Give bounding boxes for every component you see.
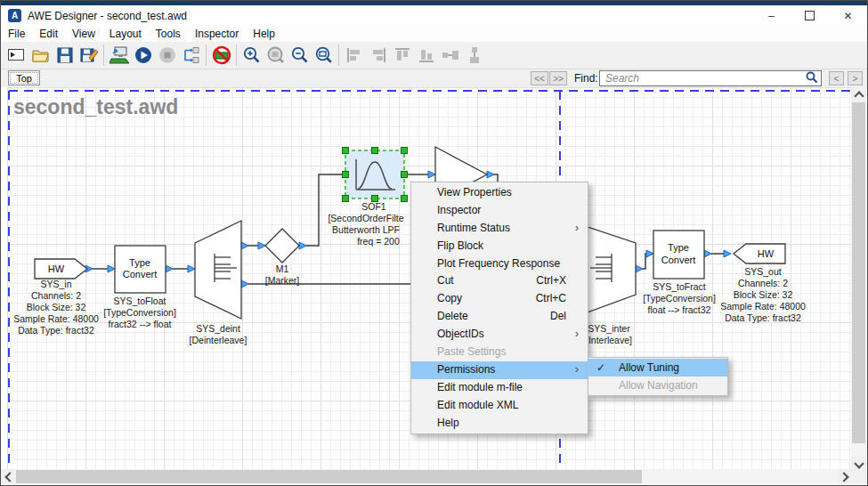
find-label: Find:	[574, 72, 598, 85]
submenu-arrow-icon: ›	[575, 361, 579, 379]
zoom-out-button[interactable]	[288, 44, 312, 67]
disable-hardware-icon	[212, 45, 231, 65]
zoom-fit-icon	[314, 45, 334, 65]
menu-layout[interactable]: Layout	[102, 26, 149, 42]
profile-icon	[182, 45, 201, 65]
horizontal-scroll-thumb[interactable]	[16, 470, 642, 483]
minimize-icon: –	[768, 10, 775, 22]
shortcut-label: Ctrl+C	[536, 290, 566, 308]
menu-item-flip-block[interactable]: Flip Block	[411, 238, 588, 255]
svg-text:SYS_toFract: SYS_toFract	[653, 281, 706, 292]
menu-item-copy[interactable]: CopyCtrl+C	[411, 290, 588, 308]
svg-text:Convert: Convert	[661, 255, 696, 265]
svg-text:Type: Type	[668, 242, 689, 253]
menu-item-help[interactable]: Help	[411, 415, 588, 433]
scroll-left-button[interactable]	[1, 469, 16, 484]
block-sys-tofloat[interactable]: Type Convert SYS_toFloat [TypeConversion…	[103, 246, 176, 329]
svg-text:SYS_deint: SYS_deint	[196, 323, 240, 334]
horizontal-scrollbar[interactable]	[1, 469, 852, 484]
menu-item-cut[interactable]: CutCtrl+X	[411, 272, 588, 290]
toolbar-separator	[206, 45, 207, 66]
find-previous-all-button[interactable]: <<	[531, 71, 548, 85]
menu-item-edit-module-m-file[interactable]: Edit module m-file	[411, 379, 588, 397]
center-vertical-button[interactable]	[462, 44, 486, 67]
menu-item-plot-frequency-response[interactable]: Plot Frequency Response	[411, 255, 588, 273]
shortcut-label: Ctrl+X	[536, 272, 566, 290]
chevron-up-icon	[854, 91, 864, 101]
context-menu: View Properties Inspector Runtime Status…	[410, 182, 588, 434]
scroll-up-button[interactable]	[851, 87, 866, 102]
center-horizontal-button[interactable]	[438, 44, 462, 67]
svg-text:Butterworth LPF: Butterworth LPF	[332, 224, 400, 235]
tab-top[interactable]: Top	[8, 70, 40, 85]
new-design-button[interactable]	[4, 44, 28, 67]
profile-button[interactable]	[179, 44, 203, 67]
block-caption: SYS_out Channels: 2 Block Size: 32 Sampl…	[720, 266, 806, 323]
menu-edit[interactable]: Edit	[32, 26, 65, 42]
minimize-button[interactable]: –	[752, 5, 791, 26]
new-design-icon	[7, 45, 27, 65]
maximize-button[interactable]	[791, 5, 829, 26]
scroll-right-button[interactable]	[837, 469, 852, 484]
block-sys-out[interactable]: HW SYS_out Channels: 2 Block Size: 32 Sa…	[720, 244, 806, 323]
save-as-icon	[79, 45, 99, 65]
chevron-down-icon	[854, 458, 864, 468]
align-bottom-button[interactable]	[414, 44, 438, 67]
menu-item-permissions[interactable]: Permissions›	[411, 361, 588, 379]
block-m1-marker[interactable]: M1 [Marker]	[265, 229, 300, 286]
menu-item-view-properties[interactable]: View Properties	[411, 184, 588, 202]
menu-item-objectids[interactable]: ObjectIDs›	[411, 326, 588, 344]
menu-item-paste-settings[interactable]: Paste Settings	[411, 344, 588, 361]
vertical-scroll-thumb[interactable]	[852, 102, 865, 443]
menu-item-inspector[interactable]: Inspector	[411, 202, 588, 220]
connect-target-icon	[110, 45, 129, 65]
zoom-out-icon	[290, 45, 310, 65]
menu-file[interactable]: File	[1, 26, 32, 42]
menu-help[interactable]: Help	[246, 26, 282, 42]
svg-text:Convert: Convert	[123, 269, 158, 279]
close-button[interactable]: ✕	[829, 5, 867, 26]
find-search-input[interactable]	[599, 70, 822, 86]
submenu-arrow-icon: ›	[575, 220, 579, 238]
zoom-in-button[interactable]	[239, 44, 264, 67]
align-top-icon	[393, 45, 412, 65]
menu-tools[interactable]: Tools	[149, 26, 188, 42]
svg-text:SYS_inter: SYS_inter	[588, 323, 630, 334]
svg-text:Sample Rate: 48000: Sample Rate: 48000	[13, 313, 99, 324]
connect-target-button[interactable]	[107, 44, 131, 67]
play-button[interactable]	[131, 44, 155, 67]
menu-item-edit-module-xml[interactable]: Edit module XML	[411, 397, 588, 415]
menu-item-runtime-status[interactable]: Runtime Status›	[411, 220, 588, 238]
menu-item-delete[interactable]: DeleteDel	[411, 308, 588, 326]
disable-hardware-button[interactable]	[209, 44, 233, 67]
play-icon	[134, 45, 153, 65]
menu-view[interactable]: View	[65, 26, 102, 42]
block-sys-deint[interactable]: SYS_deint [Deinterleave]	[190, 221, 247, 345]
sub-bar: Top << >> Find: < >	[1, 69, 867, 87]
stop-button[interactable]	[155, 44, 179, 67]
menu-inspector[interactable]: Inspector	[188, 26, 246, 42]
align-right-button[interactable]	[366, 44, 390, 67]
save-as-button[interactable]	[77, 44, 101, 67]
find-previous-button[interactable]: <	[829, 71, 844, 85]
block-sys-tofract[interactable]: Type Convert SYS_toFract [TypeConversion…	[643, 231, 716, 315]
block-sys-inter[interactable]: SYS_inter [Interleave]	[582, 225, 636, 345]
vertical-scrollbar[interactable]	[851, 87, 866, 472]
toolbar	[1, 42, 867, 69]
toolbar-separator	[236, 45, 237, 66]
save-button[interactable]	[53, 44, 77, 67]
align-top-button[interactable]	[390, 44, 414, 67]
app-icon: A	[8, 9, 21, 22]
submenu-item-allow-navigation[interactable]: Allow Navigation	[588, 377, 727, 394]
open-file-button[interactable]	[28, 44, 53, 67]
find-next-button[interactable]: >	[848, 71, 863, 85]
chevron-right-icon	[839, 472, 848, 482]
align-left-button[interactable]	[342, 44, 366, 67]
zoom-selection-button[interactable]	[264, 44, 288, 67]
find-next-all-button[interactable]: >>	[549, 71, 567, 85]
zoom-fit-button[interactable]	[312, 44, 336, 67]
submenu-item-allow-tuning[interactable]: ✓Allow Tuning	[588, 359, 727, 377]
title-bar: A AWE Designer - second_test.awd – ✕	[1, 5, 867, 26]
center-vertical-icon	[465, 45, 484, 65]
block-sof1[interactable]: SOF1 [SecondOrderFilte Butterworth LPF f…	[328, 148, 407, 247]
